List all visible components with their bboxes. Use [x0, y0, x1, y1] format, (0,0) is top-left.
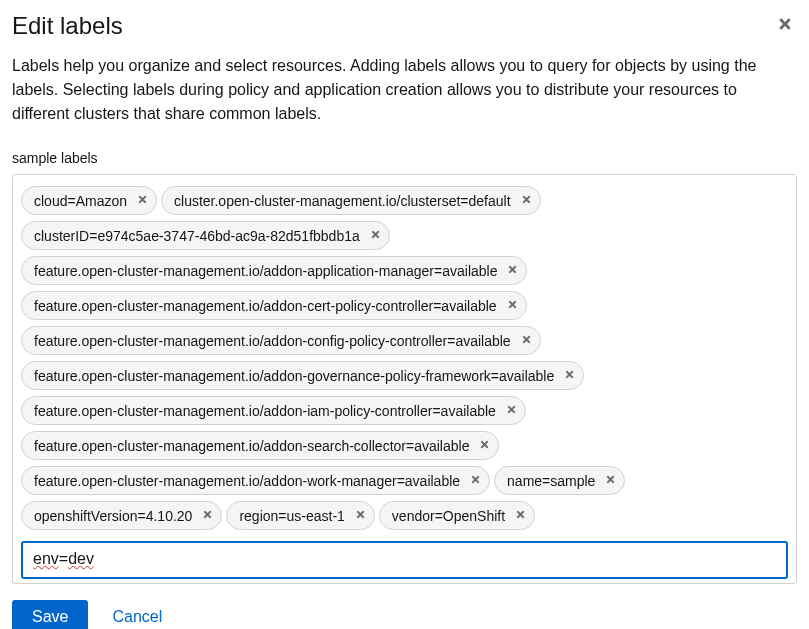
dialog-actions: Save Cancel — [12, 600, 797, 629]
dialog-description: Labels help you organize and select reso… — [12, 54, 797, 126]
label-chip-text: feature.open-cluster-management.io/addon… — [34, 368, 554, 384]
input-text-env: env — [33, 550, 59, 567]
label-chip: name=sample — [494, 466, 625, 495]
label-chip-text: openshiftVersion=4.10.20 — [34, 508, 192, 524]
labels-container: cloud=Amazoncluster.open-cluster-managem… — [12, 174, 797, 584]
label-chip: feature.open-cluster-management.io/addon… — [21, 256, 527, 285]
label-chip: feature.open-cluster-management.io/addon… — [21, 326, 541, 355]
label-chip-text: feature.open-cluster-management.io/addon… — [34, 438, 469, 454]
label-chip: vendor=OpenShift — [379, 501, 535, 530]
label-chip-text: feature.open-cluster-management.io/addon… — [34, 298, 497, 314]
label-chip-text: feature.open-cluster-management.io/addon… — [34, 473, 460, 489]
dialog-title: Edit labels — [12, 12, 123, 40]
remove-label-button[interactable] — [468, 471, 483, 490]
label-chip: cloud=Amazon — [21, 186, 157, 215]
remove-label-button[interactable] — [477, 436, 492, 455]
label-chip: feature.open-cluster-management.io/addon… — [21, 291, 527, 320]
close-icon — [507, 263, 518, 278]
remove-label-button[interactable] — [505, 261, 520, 280]
close-icon — [355, 508, 366, 523]
close-button[interactable] — [773, 12, 797, 39]
remove-label-button[interactable] — [519, 331, 534, 350]
label-chip-text: feature.open-cluster-management.io/addon… — [34, 403, 496, 419]
input-text-dev: dev — [68, 550, 94, 567]
label-chip-text: name=sample — [507, 473, 595, 489]
chips-host: cloud=Amazoncluster.open-cluster-managem… — [21, 183, 788, 533]
label-chip: feature.open-cluster-management.io/addon… — [21, 396, 526, 425]
close-icon — [202, 508, 213, 523]
close-icon — [479, 438, 490, 453]
remove-label-button[interactable] — [562, 366, 577, 385]
close-icon — [521, 333, 532, 348]
label-chip-text: feature.open-cluster-management.io/addon… — [34, 333, 511, 349]
remove-label-button[interactable] — [519, 191, 534, 210]
remove-label-button[interactable] — [353, 506, 368, 525]
close-icon — [137, 193, 148, 208]
label-input[interactable]: env=dev — [21, 541, 788, 579]
close-icon — [370, 228, 381, 243]
remove-label-button[interactable] — [505, 296, 520, 315]
cancel-button[interactable]: Cancel — [100, 600, 174, 629]
close-icon — [777, 16, 793, 35]
remove-label-button[interactable] — [135, 191, 150, 210]
label-chip-text: cloud=Amazon — [34, 193, 127, 209]
remove-label-button[interactable] — [368, 226, 383, 245]
close-icon — [470, 473, 481, 488]
label-chip: feature.open-cluster-management.io/addon… — [21, 466, 490, 495]
close-icon — [605, 473, 616, 488]
label-chip-text: vendor=OpenShift — [392, 508, 505, 524]
remove-label-button[interactable] — [603, 471, 618, 490]
label-chip: region=us-east-1 — [226, 501, 374, 530]
label-chip-text: cluster.open-cluster-management.io/clust… — [174, 193, 511, 209]
remove-label-button[interactable] — [513, 506, 528, 525]
remove-label-button[interactable] — [504, 401, 519, 420]
remove-label-button[interactable] — [200, 506, 215, 525]
label-input-wrap: env=dev — [21, 541, 788, 579]
label-chip: openshiftVersion=4.10.20 — [21, 501, 222, 530]
close-icon — [515, 508, 526, 523]
close-icon — [506, 403, 517, 418]
label-chip-text: feature.open-cluster-management.io/addon… — [34, 263, 497, 279]
label-chip-text: clusterID=e974c5ae-3747-46bd-ac9a-82d51f… — [34, 228, 360, 244]
close-icon — [564, 368, 575, 383]
dialog-header: Edit labels — [12, 12, 797, 40]
label-chip-text: region=us-east-1 — [239, 508, 344, 524]
close-icon — [521, 193, 532, 208]
label-chip: feature.open-cluster-management.io/addon… — [21, 431, 499, 460]
label-chip: clusterID=e974c5ae-3747-46bd-ac9a-82d51f… — [21, 221, 390, 250]
label-chip: feature.open-cluster-management.io/addon… — [21, 361, 584, 390]
label-chip: cluster.open-cluster-management.io/clust… — [161, 186, 541, 215]
field-label: sample labels — [12, 150, 797, 166]
save-button[interactable]: Save — [12, 600, 88, 629]
close-icon — [507, 298, 518, 313]
